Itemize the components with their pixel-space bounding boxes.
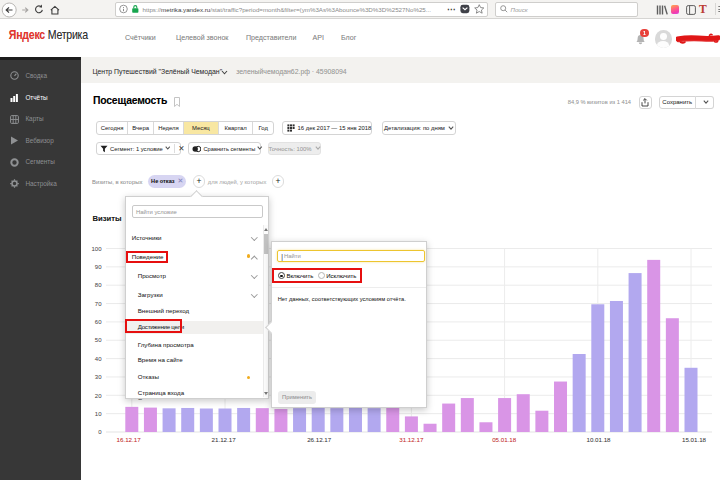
svg-text:90: 90 [95,264,102,270]
svg-text:70: 70 [95,301,102,307]
svg-text:40: 40 [95,356,102,362]
svg-text:05.01.18: 05.01.18 [492,436,517,443]
svg-text:16.12.17: 16.12.17 [117,436,142,443]
svg-text:30: 30 [95,374,102,380]
svg-text:0: 0 [98,429,102,435]
svg-text:15.01.18: 15.01.18 [682,436,707,443]
svg-text:21.12.17: 21.12.17 [212,436,237,443]
svg-text:60: 60 [95,319,102,325]
svg-text:10: 10 [95,411,102,417]
svg-text:20: 20 [95,393,102,399]
svg-text:50: 50 [95,337,102,343]
svg-text:80: 80 [95,282,102,288]
svg-text:10.01.18: 10.01.18 [586,436,611,443]
svg-text:31.12.17: 31.12.17 [399,436,424,443]
svg-text:26.12.17: 26.12.17 [307,436,332,443]
svg-text:100: 100 [91,246,102,252]
